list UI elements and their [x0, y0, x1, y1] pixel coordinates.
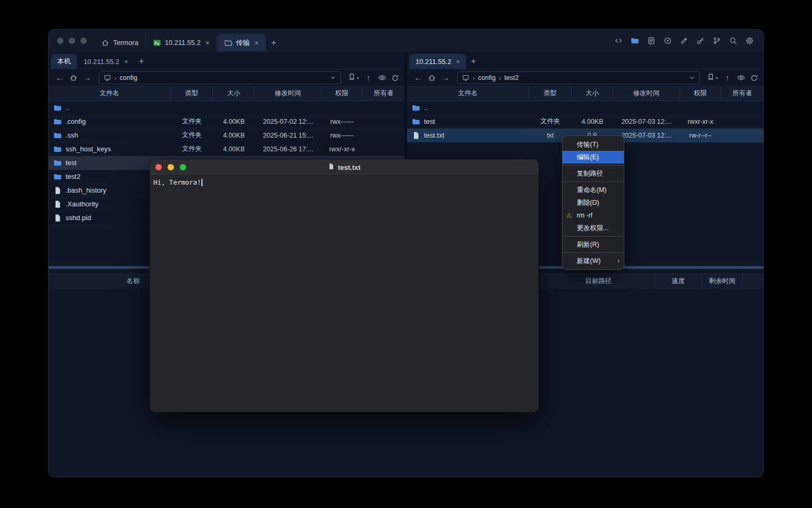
file-table-header: 文件名 类型 大小 修改时间 权限 所有者: [49, 86, 404, 101]
desktop: Termora 10.211.55.2 × 传输 × +: [0, 0, 812, 508]
file-name: .config: [66, 117, 86, 125]
tab-ssh-session[interactable]: 10.211.55.2 ×: [145, 34, 217, 52]
close-icon[interactable]: ×: [124, 58, 128, 66]
column-header-size[interactable]: 大小: [571, 87, 613, 101]
file-icon: [53, 200, 62, 208]
home-icon: [101, 39, 109, 47]
tab-remote[interactable]: 10.211.55.2 ×: [77, 54, 134, 69]
text-cursor: [201, 179, 202, 186]
zoom-button[interactable]: [180, 164, 186, 170]
column-header-mtime[interactable]: 修改时间: [255, 87, 321, 101]
column-header-speed[interactable]: 速度: [655, 274, 702, 289]
bookmark-button[interactable]: ▾: [707, 73, 718, 83]
new-tab-button[interactable]: +: [466, 54, 480, 69]
column-header-owner[interactable]: 所有者: [363, 87, 404, 101]
back-button[interactable]: ←: [413, 72, 423, 84]
tab-remote[interactable]: 10.211.55.2 ×: [409, 54, 466, 69]
bookmark-icon: [348, 73, 356, 83]
menu-item-label: 刷新(R): [577, 241, 599, 248]
refresh-button[interactable]: [750, 74, 758, 82]
column-header-eta[interactable]: 剩余时间: [702, 274, 743, 289]
search-icon[interactable]: [728, 35, 739, 46]
close-button[interactable]: [57, 38, 63, 44]
close-icon[interactable]: ×: [456, 58, 460, 66]
column-header-type[interactable]: 类型: [529, 87, 571, 101]
breadcrumb-separator: ›: [499, 74, 501, 82]
column-header-filename[interactable]: 文件名: [49, 87, 171, 101]
forward-button[interactable]: →: [441, 72, 450, 84]
home-button[interactable]: [428, 74, 436, 82]
column-header-target-path[interactable]: 目标路径: [542, 274, 655, 289]
up-button[interactable]: ↑: [723, 72, 732, 84]
refresh-button[interactable]: [391, 74, 399, 82]
close-icon[interactable]: ×: [255, 39, 259, 47]
editor-content[interactable]: Hi, Termora!: [150, 176, 539, 412]
close-icon[interactable]: ×: [205, 39, 209, 47]
key-icon[interactable]: [695, 35, 706, 46]
breadcrumb-item[interactable]: config: [119, 74, 137, 81]
menu-item[interactable]: 复制路径: [562, 167, 624, 180]
pencil-icon[interactable]: [679, 35, 689, 46]
zoom-button[interactable]: [80, 38, 87, 44]
file-mtime: 2025-07-03 12:...: [613, 118, 680, 125]
menu-item-label: 删除(D): [577, 199, 599, 206]
menu-item[interactable]: 编辑(E): [562, 151, 624, 164]
new-tab-button[interactable]: +: [134, 54, 148, 69]
minimize-button[interactable]: [168, 164, 174, 170]
column-header-type[interactable]: 类型: [171, 87, 213, 101]
report-icon[interactable]: [646, 35, 657, 46]
file-row[interactable]: ..: [407, 101, 763, 115]
chevron-down-icon[interactable]: [330, 75, 336, 81]
file-row[interactable]: .ssh 文件夹 4.00KB 2025-06-21 15:... rwx---…: [49, 129, 404, 142]
breadcrumb-item[interactable]: config: [478, 74, 495, 81]
breadcrumb-separator: ›: [473, 74, 475, 82]
menu-item[interactable]: 新建(W)›: [562, 255, 624, 267]
settings-icon[interactable]: [744, 35, 755, 46]
menu-item[interactable]: ⚠rm -rf: [562, 209, 624, 222]
file-icon: [412, 131, 420, 140]
back-button[interactable]: ←: [55, 72, 64, 84]
minimize-button[interactable]: [69, 38, 75, 44]
file-row[interactable]: test 文件夹 4.00KB 2025-07-03 12:... rwxr-x…: [407, 115, 763, 129]
column-header-perm[interactable]: 权限: [680, 87, 721, 101]
path-bar[interactable]: › config: [99, 71, 341, 84]
column-header-size[interactable]: 大小: [213, 87, 255, 101]
menu-item[interactable]: 传输(T): [562, 138, 624, 151]
bookmark-button[interactable]: ▾: [348, 73, 359, 83]
column-header-owner[interactable]: 所有者: [721, 87, 763, 101]
show-hidden-button[interactable]: [737, 74, 745, 82]
home-button[interactable]: [69, 74, 78, 82]
chevron-down-icon[interactable]: [689, 75, 695, 81]
editor-window[interactable]: test.txt Hi, Termora!: [150, 159, 539, 412]
menu-item[interactable]: 更改权限...: [562, 222, 624, 234]
forward-button[interactable]: →: [82, 72, 92, 84]
window-titlebar[interactable]: Termora 10.211.55.2 × 传输 × +: [49, 30, 763, 52]
editor-titlebar[interactable]: test.txt: [150, 159, 539, 176]
folder-icon[interactable]: [630, 35, 640, 46]
close-button[interactable]: [155, 164, 162, 170]
file-row[interactable]: ssh_host_keys 文件夹 4.00KB 2025-06-26 17:.…: [49, 142, 404, 156]
file-row[interactable]: .config 文件夹 4.00KB 2025-07-02 12:... rwx…: [49, 115, 404, 129]
column-header-perm[interactable]: 权限: [321, 87, 363, 101]
branch-icon[interactable]: [712, 35, 722, 46]
menu-item[interactable]: 删除(D): [562, 196, 624, 209]
file-row[interactable]: ..: [49, 101, 404, 115]
menu-item[interactable]: 刷新(R): [562, 238, 624, 251]
path-bar[interactable]: › config › test2: [457, 71, 700, 84]
record-icon[interactable]: [662, 35, 673, 46]
tab-home[interactable]: Termora: [94, 34, 145, 52]
tab-transfer[interactable]: 传输 ×: [217, 34, 266, 52]
show-hidden-button[interactable]: [378, 74, 386, 82]
code-icon[interactable]: [613, 35, 624, 46]
file-size: 4.00KB: [213, 132, 255, 139]
file-type: 文件夹: [529, 117, 571, 126]
breadcrumb-item[interactable]: test2: [504, 74, 519, 81]
tab-local[interactable]: 本机: [51, 54, 77, 69]
titlebar-actions: [613, 30, 763, 52]
up-button[interactable]: ↑: [364, 72, 373, 84]
menu-item[interactable]: 重命名(M): [562, 184, 624, 196]
column-header-filename[interactable]: 文件名: [407, 87, 529, 101]
column-header-mtime[interactable]: 修改时间: [613, 87, 680, 101]
menu-item-label: 编辑(E): [577, 153, 599, 161]
new-tab-button[interactable]: +: [266, 34, 282, 52]
